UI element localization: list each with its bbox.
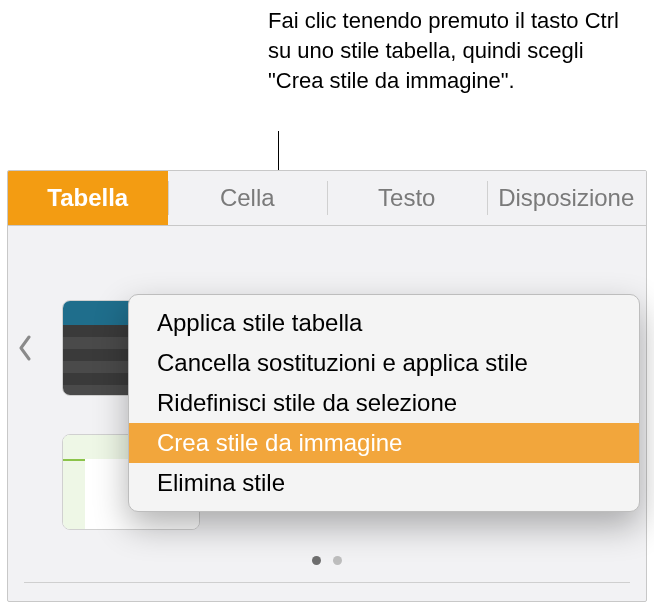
tab-table-label: Tabella [47,184,128,212]
callout-text: Fai clic tenendo premuto il tasto Ctrl s… [268,6,628,96]
menu-item-label: Elimina stile [157,469,285,497]
tab-table[interactable]: Tabella [8,171,168,225]
menu-redefine-from-selection[interactable]: Ridefinisci stile da selezione [129,383,639,423]
chevron-left-icon [18,335,32,361]
menu-create-style-from-image[interactable]: Crea stile da immagine [129,423,639,463]
page-dot-1[interactable] [312,556,321,565]
inspector-tabs: Tabella Cella Testo Disposizione [8,171,646,226]
menu-apply-style[interactable]: Applica stile tabella [129,303,639,343]
menu-item-label: Ridefinisci stile da selezione [157,389,457,417]
tab-cell-label: Cella [220,184,275,212]
styles-prev-button[interactable] [14,326,36,370]
styles-page-dots [8,556,646,565]
page-dot-2[interactable] [333,556,342,565]
menu-clear-overrides[interactable]: Cancella sostituzioni e applica stile [129,343,639,383]
tab-text[interactable]: Testo [327,171,487,225]
menu-item-label: Crea stile da immagine [157,429,402,457]
menu-delete-style[interactable]: Elimina stile [129,463,639,503]
tab-layout[interactable]: Disposizione [487,171,647,225]
tab-layout-label: Disposizione [498,184,634,212]
section-divider [24,582,630,583]
tab-text-label: Testo [378,184,435,212]
menu-item-label: Cancella sostituzioni e applica stile [157,349,528,377]
menu-item-label: Applica stile tabella [157,309,362,337]
table-style-context-menu: Applica stile tabella Cancella sostituzi… [128,294,640,512]
tab-cell[interactable]: Cella [168,171,328,225]
